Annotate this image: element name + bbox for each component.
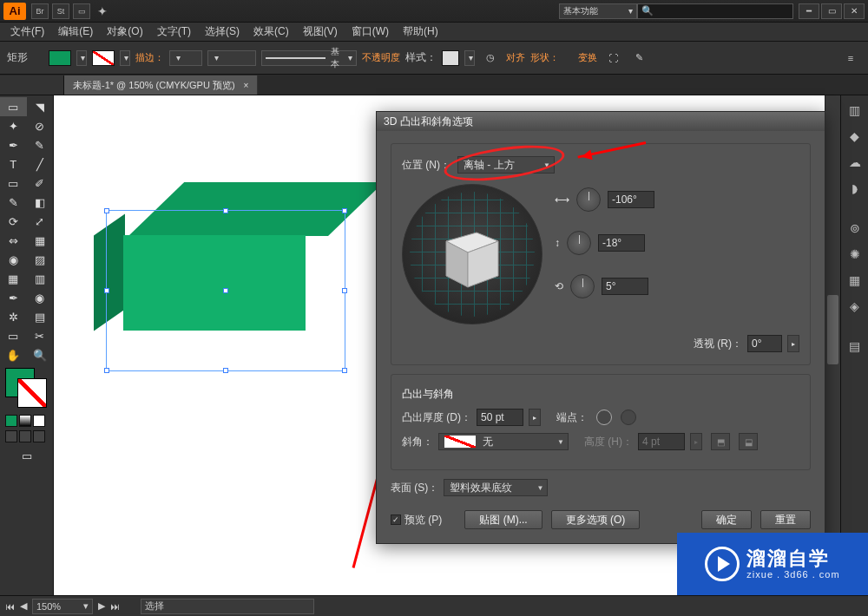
nav-last-icon[interactable]: ⏭ — [110, 601, 120, 612]
rotation-trackball[interactable] — [402, 184, 542, 324]
line-tool[interactable]: ╱ — [27, 154, 54, 174]
color-mode-none[interactable] — [33, 415, 45, 427]
nav-next-icon[interactable]: ▶ — [98, 600, 105, 612]
paintbrush-tool[interactable]: ✐ — [27, 174, 54, 193]
rotate-y-dial[interactable] — [567, 231, 591, 255]
isolate-icon[interactable]: ⛶ — [602, 49, 623, 67]
selection-tool[interactable]: ▭ — [0, 97, 27, 116]
scale-tool[interactable]: ⤢ — [27, 212, 54, 231]
transform-label[interactable]: 变换 — [578, 51, 597, 64]
status-mode[interactable]: 选择 — [141, 599, 314, 614]
profile-panel-icon[interactable]: ◗ — [845, 179, 865, 198]
pen-tool[interactable]: ✒ — [0, 135, 27, 154]
draw-inside[interactable] — [33, 430, 45, 442]
rotate-z-dial[interactable] — [570, 274, 595, 298]
document-tab-close[interactable]: × — [244, 81, 249, 90]
reset-button[interactable]: 重置 — [760, 510, 811, 529]
stroke-swatch[interactable] — [92, 50, 115, 66]
gradient-tool[interactable]: ▥ — [27, 269, 54, 288]
document-tab[interactable]: 未标题-1* @ 150% (CMYK/GPU 预览) × — [64, 75, 258, 95]
position-select[interactable]: 离轴 - 上方 — [457, 156, 555, 174]
color-mode-gradient[interactable] — [19, 415, 31, 427]
lasso-tool[interactable]: ⊘ — [27, 116, 54, 135]
rotate-y-input[interactable]: -18° — [598, 234, 645, 252]
menu-help[interactable]: 帮助(H) — [396, 24, 445, 39]
surface-select[interactable]: 塑料效果底纹 — [444, 479, 548, 496]
free-transform-tool[interactable]: ▦ — [27, 231, 54, 250]
menu-window[interactable]: 窗口(W) — [345, 24, 396, 39]
rotate-tool[interactable]: ⟳ — [0, 212, 27, 231]
edit-icon[interactable]: ✎ — [628, 49, 649, 67]
close-button[interactable]: ✕ — [844, 3, 865, 19]
style-dropdown[interactable]: ▾ — [464, 50, 475, 66]
stroke-width-profile[interactable]: ▾ — [207, 50, 256, 66]
brush-definition[interactable]: 基本▾ — [261, 50, 357, 66]
perspective-input[interactable]: 0° — [747, 335, 782, 352]
slice-tool[interactable]: ✂ — [27, 326, 54, 345]
nav-prev-icon[interactable]: ◀ — [20, 600, 27, 612]
bevel-select[interactable]: 无 — [438, 433, 569, 450]
perspective-stepper[interactable]: ▸ — [787, 335, 799, 352]
curvature-tool[interactable]: ✎ — [27, 135, 54, 154]
direct-selection-tool[interactable]: ◥ — [27, 97, 54, 116]
shaper-tool[interactable]: ✎ — [0, 193, 27, 212]
blend-tool[interactable]: ◉ — [27, 288, 54, 307]
extrude-depth-input[interactable]: 50 pt — [477, 409, 523, 426]
draw-normal[interactable] — [5, 430, 17, 442]
menu-select[interactable]: 选择(S) — [198, 24, 247, 39]
opacity-label[interactable]: 不透明度 — [362, 51, 400, 64]
brushes-panel-icon[interactable]: ☁ — [845, 153, 865, 172]
graphic-style[interactable] — [442, 50, 459, 66]
width-tool[interactable]: ⇔ — [0, 231, 27, 250]
shape-button[interactable]: 形状： — [530, 51, 559, 64]
graph-tool[interactable]: ▤ — [27, 307, 54, 326]
zoom-select[interactable]: 150%▾ — [32, 599, 93, 614]
vertical-scrollbar[interactable] — [825, 95, 840, 595]
menu-view[interactable]: 视图(V) — [296, 24, 345, 39]
ok-button[interactable]: 确定 — [701, 510, 752, 529]
map-art-button[interactable]: 贴图 (M)... — [464, 510, 542, 529]
recolor-icon[interactable]: ◷ — [480, 49, 501, 67]
stroke-weight[interactable]: ▾ — [169, 50, 202, 66]
arrange-icon[interactable]: ▭ — [73, 3, 90, 19]
libraries-panel-icon[interactable]: ◆ — [845, 127, 865, 146]
minimize-button[interactable]: ━ — [799, 3, 819, 19]
menu-object[interactable]: 对象(O) — [100, 24, 149, 39]
panel-menu-icon[interactable]: ≡ — [840, 49, 861, 67]
zoom-tool[interactable]: 🔍 — [27, 345, 54, 364]
menu-effect[interactable]: 效果(C) — [247, 24, 296, 39]
cap-on-button[interactable] — [596, 410, 612, 425]
symbol-sprayer-tool[interactable]: ✲ — [0, 307, 27, 326]
shape-builder-tool[interactable]: ◉ — [0, 250, 27, 269]
menu-type[interactable]: 文字(T) — [150, 24, 198, 39]
hand-tool[interactable]: ✋ — [0, 345, 27, 364]
magic-wand-tool[interactable]: ✦ — [0, 116, 27, 135]
type-tool[interactable]: T — [0, 154, 27, 174]
stroke-color[interactable] — [17, 378, 47, 408]
fill-dropdown[interactable]: ▾ — [76, 50, 87, 66]
preview-checkbox[interactable]: ✓预览 (P) — [391, 513, 442, 528]
mesh-tool[interactable]: ▦ — [0, 269, 27, 288]
eyedropper-tool[interactable]: ✒ — [0, 288, 27, 307]
rotate-x-dial[interactable] — [576, 187, 601, 212]
color-mode-solid[interactable] — [5, 415, 17, 427]
draw-behind[interactable] — [19, 430, 31, 442]
cap-off-button[interactable] — [621, 410, 636, 425]
stroke-panel-icon[interactable]: ◈ — [845, 297, 865, 316]
properties-panel-icon[interactable]: ▥ — [845, 101, 865, 120]
fill-swatch[interactable] — [49, 50, 71, 66]
stock-icon[interactable]: St — [52, 3, 69, 19]
artboard-tool[interactable]: ▭ — [0, 326, 27, 345]
cc-libraries-icon[interactable]: ⊚ — [845, 219, 865, 238]
eraser-tool[interactable]: ◧ — [27, 193, 54, 212]
stroke-label[interactable]: 描边： — [135, 51, 164, 64]
screen-mode[interactable]: ▭ — [5, 446, 48, 465]
nav-first-icon[interactable]: ⏮ — [5, 601, 15, 612]
workspace-switcher[interactable]: 基本功能▾ — [559, 3, 637, 19]
menu-edit[interactable]: 编辑(E) — [51, 24, 100, 39]
swatches-panel-icon[interactable]: ▦ — [845, 271, 865, 290]
rotate-z-input[interactable]: 5° — [602, 278, 648, 295]
rectangle-tool[interactable]: ▭ — [0, 174, 27, 193]
menu-file[interactable]: 文件(F) — [3, 24, 51, 39]
more-options-button[interactable]: 更多选项 (O) — [551, 510, 641, 529]
